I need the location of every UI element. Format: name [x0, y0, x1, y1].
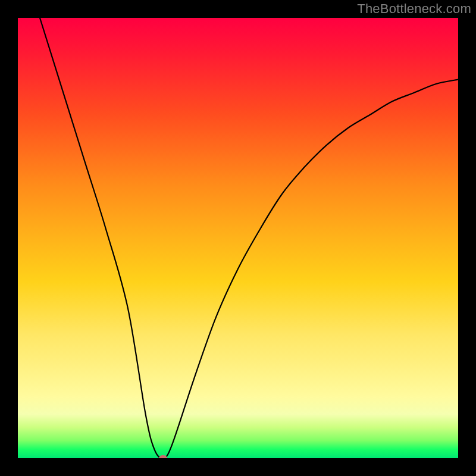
bottleneck-curve — [18, 18, 458, 458]
chart-frame: TheBottleneck.com — [0, 0, 476, 476]
plot-area — [18, 18, 458, 458]
minimum-marker — [159, 455, 167, 458]
watermark-text: TheBottleneck.com — [357, 1, 471, 17]
